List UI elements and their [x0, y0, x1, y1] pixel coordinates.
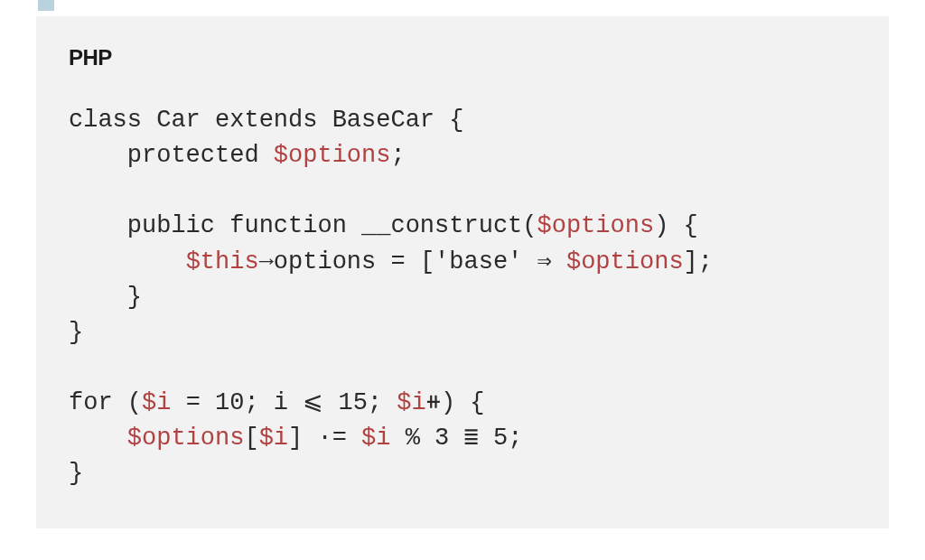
page-container: PHP class Car extends BaseCar { protecte… [0, 16, 925, 560]
num-15: 15 [338, 389, 367, 416]
keyword-function: function [229, 212, 347, 239]
var-options-arr: $options [127, 425, 245, 452]
var-this: $this [186, 248, 259, 275]
keyword-extends: extends [215, 107, 317, 134]
constructor-name: __construct [361, 212, 522, 239]
dot-equals-operator: ·= [317, 425, 346, 452]
parent-class-name: BaseCar [332, 107, 434, 134]
plus-plus-operator: ⧺ [426, 389, 441, 416]
num-3: 3 [434, 425, 449, 452]
mod-operator: % [406, 425, 420, 452]
var-options: $options [274, 142, 391, 169]
prop-options: options [274, 248, 376, 275]
var-i-mod: $i [361, 425, 390, 452]
identical-operator: ≣ [463, 425, 478, 452]
code-content: class Car extends BaseCar { protected $o… [69, 103, 856, 492]
leq-operator: ⩽ [303, 389, 323, 416]
class-name: Car [156, 107, 201, 134]
cond-var: i [274, 389, 288, 416]
arrow-operator: → [259, 248, 274, 275]
num-10: 10 [215, 389, 244, 416]
keyword-class: class [69, 107, 142, 134]
language-label: PHP [69, 45, 856, 70]
var-i-inc: $i [397, 389, 425, 416]
left-marker [38, 0, 54, 11]
keyword-public: public [127, 212, 215, 239]
param-options: $options [537, 212, 655, 239]
var-i-idx: $i [259, 425, 288, 452]
code-block: PHP class Car extends BaseCar { protecte… [36, 16, 889, 528]
var-i-init: $i [142, 389, 171, 416]
var-options-rhs: $options [566, 248, 684, 275]
num-5: 5 [493, 425, 508, 452]
string-base: 'base' [434, 248, 522, 275]
double-arrow-operator: ⇒ [537, 248, 552, 275]
keyword-for: for [69, 389, 113, 416]
keyword-protected: protected [127, 142, 259, 169]
